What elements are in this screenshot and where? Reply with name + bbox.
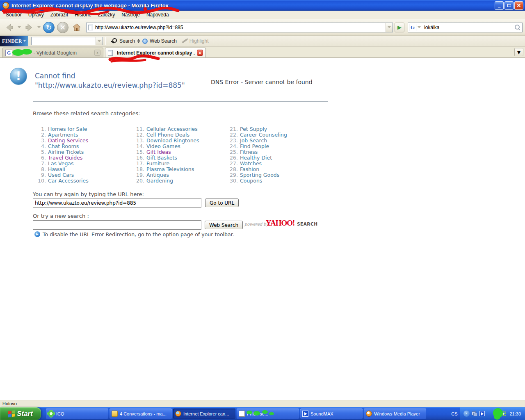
- category-link[interactable]: Homes for Sale: [48, 126, 87, 132]
- category-link[interactable]: Dating Services: [48, 137, 88, 144]
- category-link[interactable]: Furniture: [146, 160, 169, 167]
- engine-dropdown-icon[interactable]: [418, 26, 421, 28]
- search-icon[interactable]: [515, 25, 520, 30]
- wmp-icon: [366, 411, 372, 417]
- start-button[interactable]: Start: [0, 407, 41, 420]
- go-to-url-button[interactable]: Go to URL: [205, 199, 239, 207]
- category-link[interactable]: Cell Phone Deals: [146, 132, 189, 138]
- soundmax-tray-icon[interactable]: [479, 411, 485, 416]
- category-link[interactable]: Download Ringtones: [146, 137, 199, 144]
- menu-item[interactable]: Nástroje: [118, 11, 143, 18]
- tab-error-page[interactable]: Internet Explorer cannot display ... x: [105, 48, 206, 57]
- forward-dropdown-icon[interactable]: [37, 26, 41, 28]
- category-number: 12.: [133, 132, 144, 138]
- url-input[interactable]: [33, 198, 201, 208]
- task-label: SoundMAX: [310, 411, 333, 416]
- icq-tray-icon[interactable]: [502, 413, 504, 415]
- category-link[interactable]: Job Search: [240, 137, 267, 144]
- category-link[interactable]: Fashion: [240, 166, 259, 172]
- tab-overflow-button[interactable]: ▾: [514, 48, 523, 56]
- category-link[interactable]: Sporting Goods: [240, 172, 279, 178]
- category-column-1: 1. Homes for Sale 2. Apartments 3. Datin…: [34, 126, 89, 183]
- category-link[interactable]: Plasma Televisions: [146, 166, 194, 172]
- toolbar-separator: [214, 37, 214, 45]
- category-link[interactable]: Video Games: [146, 143, 180, 149]
- language-indicator[interactable]: CS: [451, 411, 457, 416]
- finder-logo[interactable]: FINDER: [0, 36, 28, 46]
- reload-button[interactable]: ↻: [42, 21, 56, 34]
- category-link[interactable]: Antiques: [146, 172, 169, 178]
- address-dropdown[interactable]: [386, 23, 393, 32]
- category-link[interactable]: Watches: [240, 160, 262, 167]
- menu-item[interactable]: Nápověda: [143, 11, 172, 18]
- taskbar-task[interactable]: Internet Explorer can...: [173, 409, 235, 419]
- category-item: 18. Plasma Televisions: [133, 166, 199, 172]
- menu-item[interactable]: Soubor: [2, 11, 25, 18]
- category-link[interactable]: Car Accessories: [48, 178, 89, 184]
- category-item: 29. Sporting Goods: [226, 172, 287, 178]
- tab-close-button[interactable]: x: [197, 50, 203, 56]
- address-url[interactable]: http://www.ukazto.eu/review.php?id=885: [95, 25, 386, 30]
- tab-vyhledat-googlem[interactable]: G - Vyhledat Googlem x: [2, 48, 103, 57]
- taskbar-task[interactable]: SoundMAX: [300, 409, 363, 419]
- home-button[interactable]: [70, 21, 84, 34]
- taskbar-task[interactable]: 4 Conversations - ma...: [110, 409, 172, 419]
- tab-close-button[interactable]: x: [94, 50, 100, 56]
- finder-highlight-button[interactable]: Highlight: [179, 38, 211, 44]
- category-number: 2.: [34, 132, 46, 138]
- finder-input-dropdown[interactable]: [96, 37, 103, 45]
- web-search-button[interactable]: Web Search: [205, 221, 243, 229]
- category-number: 16.: [133, 155, 144, 161]
- network-icon[interactable]: [472, 411, 477, 416]
- category-link[interactable]: Apartments: [48, 132, 78, 138]
- category-link[interactable]: Find People: [240, 143, 269, 149]
- category-link[interactable]: Gift Baskets: [146, 155, 177, 161]
- restore-button[interactable]: [504, 1, 514, 10]
- toolbar-separator: [105, 37, 106, 45]
- forward-button[interactable]: [22, 21, 36, 34]
- back-dropdown-icon[interactable]: [18, 26, 21, 28]
- taskbar-task[interactable]: ICQ: [46, 409, 108, 419]
- clock: 21:30: [509, 411, 521, 416]
- category-number: 9.: [34, 172, 46, 178]
- menu-item[interactable]: Historie: [71, 11, 95, 18]
- category-link[interactable]: Gift Ideas: [146, 149, 171, 155]
- category-link[interactable]: Used Cars: [48, 172, 74, 178]
- category-link[interactable]: Healthy Diet: [240, 155, 272, 161]
- category-link[interactable]: Airline Tickets: [48, 149, 84, 155]
- stop-button[interactable]: ✕: [56, 21, 70, 34]
- category-link[interactable]: Cellular Accessories: [146, 126, 198, 132]
- category-link[interactable]: Gardening: [146, 178, 173, 184]
- category-link[interactable]: Las Vegas: [48, 160, 74, 167]
- google-engine-icon[interactable]: G: [409, 24, 416, 31]
- menu-item[interactable]: Záložky: [95, 11, 118, 18]
- category-link[interactable]: Travel Guides: [48, 155, 82, 161]
- category-link[interactable]: Coupons: [240, 178, 262, 184]
- search-input[interactable]: lokálka: [424, 25, 515, 30]
- search-bar[interactable]: G lokálka: [408, 23, 523, 32]
- category-link[interactable]: Hawaii: [48, 166, 65, 172]
- back-button[interactable]: [2, 21, 16, 34]
- finder-search-input[interactable]: [31, 37, 103, 45]
- finder-web-search-button[interactable]: Web Search: [140, 38, 179, 44]
- menu-item[interactable]: Úpravy: [25, 11, 47, 18]
- close-button[interactable]: ✕: [514, 1, 523, 10]
- category-link[interactable]: Chat Rooms: [48, 143, 79, 149]
- category-number: 1.: [34, 126, 46, 132]
- category-number: 29.: [226, 172, 238, 178]
- category-link[interactable]: Fitness: [240, 149, 258, 155]
- category-link[interactable]: Pet Supply: [240, 126, 267, 132]
- category-item: 5. Airline Tickets: [34, 149, 89, 155]
- finder-search-button[interactable]: Search: [108, 38, 137, 44]
- go-button[interactable]: ▶: [395, 23, 404, 32]
- taskbar-task[interactable]: Přijde se...: [237, 409, 299, 419]
- menu-item[interactable]: Zobrazit: [47, 11, 71, 18]
- address-bar[interactable]: http://www.ukazto.eu/review.php?id=885: [86, 23, 393, 32]
- taskbar-task[interactable]: Windows Media Player: [364, 409, 426, 419]
- category-link[interactable]: Career Counseling: [240, 132, 287, 138]
- tray-collapse-icon[interactable]: ‹: [463, 411, 470, 417]
- category-item: 30. Coupons: [226, 178, 287, 183]
- new-search-input[interactable]: [33, 220, 201, 230]
- back-arrow-icon: [4, 22, 15, 33]
- minimize-button[interactable]: _: [495, 1, 504, 10]
